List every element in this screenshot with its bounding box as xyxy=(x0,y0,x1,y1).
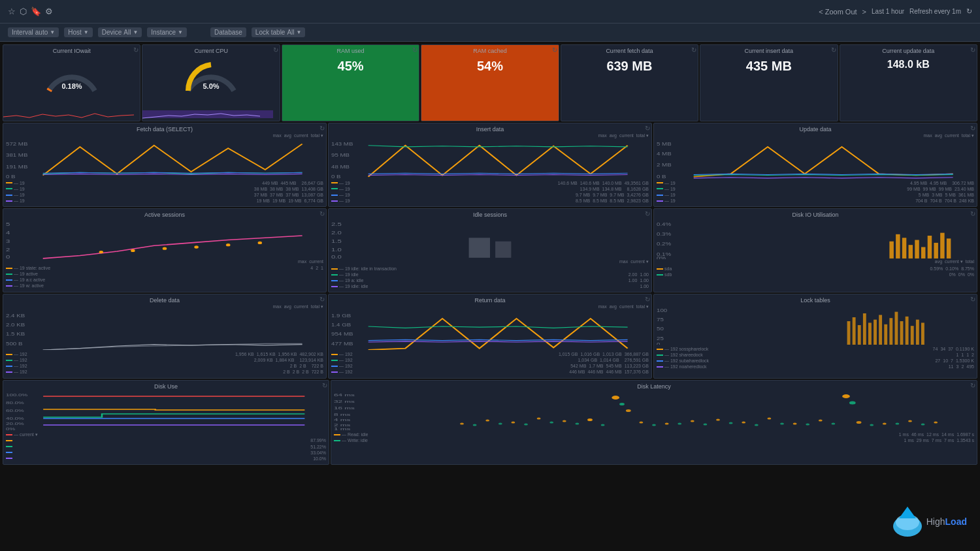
return-refresh-icon[interactable]: ↻ xyxy=(645,296,650,303)
svg-point-94 xyxy=(587,418,593,421)
fetch-legend: — 19449 MB445 MB26,647 GB — 1938 MB38 MB… xyxy=(6,180,323,204)
ram-used-value-wrap: 45% xyxy=(285,55,416,74)
svg-rect-62 xyxy=(853,317,856,345)
svg-rect-38 xyxy=(889,242,893,259)
svg-rect-68 xyxy=(884,324,887,345)
insert-stat-refresh-icon[interactable]: ↻ xyxy=(831,46,836,54)
svg-point-117 xyxy=(652,424,656,426)
svg-rect-74 xyxy=(916,320,919,345)
legend-item: — 1921,015 GB1,016 GB1,013 GB366,887 GB xyxy=(331,351,649,357)
legend-item: 10.0% xyxy=(6,456,326,462)
toolbar: ☆ ⬡ 🔖 ⚙ < Zoom Out > Last 1 hour Refresh… xyxy=(0,0,980,24)
settings-icon[interactable]: ⚙ xyxy=(45,7,53,16)
idle-sessions-legend: — 19 idle: idle in transaction — 19 idle… xyxy=(331,266,649,289)
svg-text:0: 0 xyxy=(6,254,10,259)
cpu-panel: Current CPU ↻ 5.0% xyxy=(142,44,280,121)
delete-refresh-icon[interactable]: ↻ xyxy=(319,296,325,303)
svg-text:5: 5 xyxy=(6,221,10,227)
active-sessions-refresh-icon[interactable]: ↻ xyxy=(319,210,325,217)
filterbar: Interval auto ▼ Host ▼ Device All ▼ Inst… xyxy=(0,24,980,42)
zoom-out-btn[interactable]: < Zoom Out xyxy=(819,8,857,16)
return-chart: 1.9 GB 1.4 GB 954 MB 477 MB xyxy=(331,311,649,350)
fetch-chart-refresh-icon[interactable]: ↻ xyxy=(319,125,325,132)
svg-text:1.5: 1.5 xyxy=(331,238,342,244)
host-filter[interactable]: Host ▼ xyxy=(64,27,92,37)
lock-tables-refresh-icon[interactable]: ↻ xyxy=(970,296,975,303)
svg-point-101 xyxy=(742,422,745,424)
update-stat-refresh-icon[interactable]: ↻ xyxy=(970,46,975,54)
svg-text:2.0: 2.0 xyxy=(331,230,342,236)
svg-text:25: 25 xyxy=(657,336,664,341)
svg-point-106 xyxy=(857,421,862,424)
star-icon[interactable]: ☆ xyxy=(8,7,16,16)
legend-item: — 192 subaharedlock271071.5300 K xyxy=(657,358,974,364)
svg-rect-70 xyxy=(895,312,898,345)
interval-label: Interval xyxy=(12,29,33,36)
svg-point-97 xyxy=(639,422,643,424)
svg-text:100: 100 xyxy=(657,307,667,313)
lock-tables-chart: 100 75 50 25 0 xyxy=(657,306,974,345)
disk-io-refresh-icon[interactable]: ↻ xyxy=(970,210,975,217)
legend-item: — 192446 MB446 MB446 MB157,376 GB xyxy=(331,369,649,375)
lock-table-value: All xyxy=(287,29,294,36)
disk-latency-refresh-icon[interactable]: ↻ xyxy=(970,382,975,389)
device-filter[interactable]: Device All ▼ xyxy=(98,27,142,37)
svg-rect-69 xyxy=(889,318,892,345)
disk-use-refresh-icon[interactable]: ↻ xyxy=(322,382,327,389)
insert-chart-panel: Insert data ↻ max avg current total ▾ 14… xyxy=(328,123,652,207)
svg-text:16 ms: 16 ms xyxy=(334,406,355,410)
svg-text:1.5 KB: 1.5 KB xyxy=(6,332,25,337)
legend-item: — 19 idle2.001.00 xyxy=(331,272,649,277)
svg-rect-73 xyxy=(911,326,914,345)
cpu-title: Current CPU xyxy=(145,48,276,55)
lock-tables-title: Lock tables xyxy=(657,297,974,304)
svg-point-22 xyxy=(163,247,167,249)
update-chart-refresh-icon[interactable]: ↻ xyxy=(970,125,975,132)
iowait-sparkline xyxy=(3,109,140,119)
iowait-title: Current IOwait xyxy=(6,48,137,55)
share-icon[interactable]: ⬡ xyxy=(20,7,27,16)
svg-point-23 xyxy=(194,245,198,248)
legend-item: — 198.5 MB8.5 MB8.5 MB2,9823 GB xyxy=(331,198,649,204)
chevron-down-icon: ▼ xyxy=(84,29,89,35)
svg-point-111 xyxy=(498,423,502,425)
zoom-in-btn[interactable]: > xyxy=(862,8,866,16)
fetch-chart-panel: Fetch data (SELECT) ↻ max avg current to… xyxy=(3,123,327,207)
svg-rect-39 xyxy=(896,234,900,259)
toolbar-icons: ☆ ⬡ 🔖 ⚙ xyxy=(8,7,53,16)
cpu-refresh-icon[interactable]: ↻ xyxy=(273,46,278,54)
svg-rect-72 xyxy=(906,317,909,345)
lock-tables-legend: — 192 sosspharelock7434370.1190 K — 192 … xyxy=(657,346,974,370)
svg-text:95 MB: 95 MB xyxy=(331,153,350,157)
lock-table-filter[interactable]: Lock table All ▼ xyxy=(252,27,306,37)
svg-text:75: 75 xyxy=(657,317,664,322)
ram-used-title: RAM used xyxy=(285,48,416,55)
svg-text:0.18%: 0.18% xyxy=(61,82,82,90)
save-icon[interactable]: 🔖 xyxy=(31,7,41,16)
delete-legend: — 1921,956 KB1,615 KB1,956 KB482,902 KB … xyxy=(6,351,323,375)
svg-rect-61 xyxy=(847,321,851,345)
svg-point-107 xyxy=(883,423,887,425)
fetch-chart-svg: 572 MB 381 MB 191 MB 0 B xyxy=(6,140,323,179)
svg-text:0.2%: 0.2% xyxy=(657,242,672,247)
instance-filter[interactable]: Instance ▼ xyxy=(147,27,187,37)
svg-rect-40 xyxy=(902,238,906,259)
interval-filter[interactable]: Interval auto ▼ xyxy=(8,27,59,37)
refresh-btn[interactable]: ↻ xyxy=(966,7,972,16)
ram-used-refresh-icon[interactable]: ↻ xyxy=(412,46,417,54)
logo-part1: High xyxy=(926,516,945,527)
delete-panel: Delete data ↻ max avg current total ▾ 2.… xyxy=(3,294,327,378)
disk-use-legend: — current ▾ 87.99% 51.22% 33.04% 10.0% xyxy=(6,432,326,461)
svg-text:1.4 GB: 1.4 GB xyxy=(331,322,351,327)
database-filter[interactable]: Database xyxy=(210,27,246,37)
insert-chart-refresh-icon[interactable]: ↻ xyxy=(645,125,650,132)
iowait-refresh-icon[interactable]: ↻ xyxy=(133,46,139,54)
disk-io-title: Disk IO Utilisation xyxy=(657,212,974,219)
svg-marker-131 xyxy=(899,507,916,518)
svg-text:4 ms: 4 ms xyxy=(334,418,351,422)
fetch-col-total: total ▾ xyxy=(311,133,323,138)
ram-cached-refresh-icon[interactable]: ↻ xyxy=(552,46,557,54)
insert-stat-title: Current insert data xyxy=(703,48,834,55)
fetch-stat-refresh-icon[interactable]: ↻ xyxy=(691,46,696,54)
idle-sessions-refresh-icon[interactable]: ↻ xyxy=(645,210,650,217)
